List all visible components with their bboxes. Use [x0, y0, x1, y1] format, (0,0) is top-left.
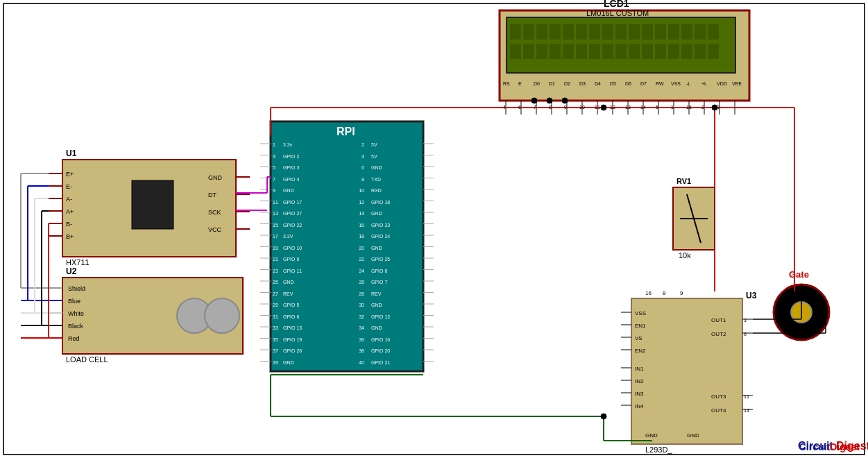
watermark-highlight: Digest	[830, 441, 860, 452]
watermark: CircuitDigest	[799, 441, 860, 452]
